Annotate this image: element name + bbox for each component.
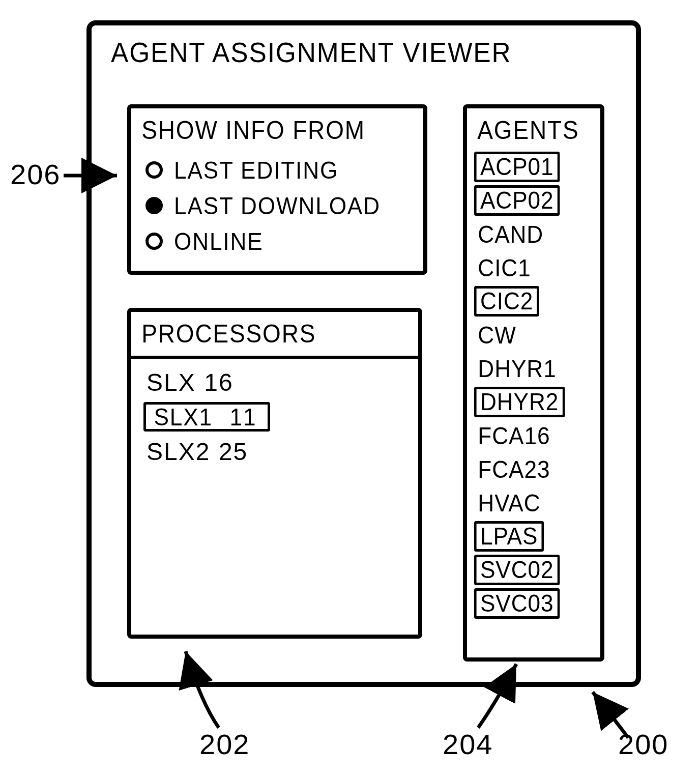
agent-item[interactable]: SVC02	[474, 553, 600, 587]
processor-row[interactable]: SLX 16	[143, 365, 418, 399]
agent-label: CIC2	[474, 286, 539, 317]
agent-label: CW	[474, 321, 520, 349]
agents-panel: AGENTS ACP01 ACP02 CAND CIC1 CIC2 CW DHY…	[463, 104, 604, 662]
radio-label: LAST EDITING	[174, 156, 338, 184]
agent-label: CAND	[474, 220, 547, 248]
agent-item[interactable]: DHYR2	[474, 385, 600, 419]
agent-item[interactable]: CAND	[474, 217, 600, 251]
agent-label: ACP02	[474, 185, 560, 216]
agent-item[interactable]: ACP02	[474, 184, 600, 217]
callout-arrow-icon	[473, 656, 534, 733]
agents-list: ACP01 ACP02 CAND CIC1 CIC2 CW DHYR1 DHYR…	[467, 150, 600, 620]
processor-name: SLX	[143, 369, 199, 396]
diagram-stage: AGENT ASSIGNMENT VIEWER SHOW INFO FROM L…	[0, 0, 700, 775]
radio-label: LAST DOWNLOAD	[174, 192, 381, 220]
agent-item[interactable]: FCA16	[474, 419, 600, 452]
agent-item[interactable]: CIC1	[474, 251, 600, 284]
agent-label: SVC02	[474, 555, 560, 585]
agent-label: DHYR1	[474, 355, 560, 383]
agent-item[interactable]: CW	[474, 318, 600, 352]
radio-icon	[145, 161, 163, 179]
radio-last-editing[interactable]: LAST EDITING	[145, 152, 423, 188]
agent-label: DHYR2	[474, 387, 565, 417]
agent-label: FCA23	[474, 455, 554, 483]
processor-row[interactable]: SLX1 11	[143, 399, 418, 434]
show-info-from-title: SHOW INFO FROM	[131, 108, 400, 150]
radio-last-download[interactable]: LAST DOWNLOAD	[145, 188, 423, 223]
agent-item[interactable]: LPAS	[474, 520, 600, 553]
radio-icon	[145, 197, 163, 214]
processors-title: PROCESSORS	[131, 312, 395, 354]
show-info-from-panel: SHOW INFO FROM LAST EDITING LAST DOWNLOA…	[127, 104, 427, 275]
agent-item[interactable]: CIC2	[474, 284, 600, 318]
callout-arrow-icon	[585, 687, 656, 748]
processor-name: SLX1	[151, 403, 215, 431]
processor-value: 11	[227, 403, 259, 431]
agent-label: LPAS	[474, 521, 544, 552]
processors-panel: PROCESSORS SLX 16 SLX1 11	[127, 308, 422, 639]
processor-value: 25	[216, 438, 251, 465]
info-source-radio-group: LAST EDITING LAST DOWNLOAD ONLINE	[131, 150, 423, 259]
processor-name: SLX2	[143, 438, 213, 465]
callout-arrow-icon	[173, 641, 244, 733]
agent-label: ACP01	[474, 152, 560, 182]
agents-title: AGENTS	[467, 108, 590, 150]
processor-value: 16	[201, 369, 236, 396]
processors-list: SLX 16 SLX1 11 SLX2 2	[131, 359, 418, 469]
processor-row[interactable]: SLX2 25	[143, 434, 418, 469]
agent-item[interactable]: SVC03	[474, 587, 600, 620]
reference-numeral-206: 206	[10, 158, 61, 191]
callout-arrow-icon	[61, 163, 127, 193]
agent-item[interactable]: ACP01	[474, 150, 600, 184]
agent-item[interactable]: FCA23	[474, 452, 600, 486]
agent-label: FCA16	[474, 422, 554, 450]
agent-item[interactable]: DHYR1	[474, 352, 600, 385]
radio-online[interactable]: ONLINE	[145, 223, 423, 259]
radio-icon	[145, 233, 163, 250]
agent-item[interactable]: HVAC	[474, 486, 600, 520]
agent-assignment-viewer-window: AGENT ASSIGNMENT VIEWER SHOW INFO FROM L…	[86, 20, 641, 687]
agent-label: CIC1	[474, 254, 535, 282]
radio-label: ONLINE	[174, 227, 263, 255]
window-title: AGENT ASSIGNMENT VIEWER	[111, 36, 512, 69]
agent-label: SVC03	[474, 588, 560, 619]
agent-label: HVAC	[474, 489, 544, 517]
